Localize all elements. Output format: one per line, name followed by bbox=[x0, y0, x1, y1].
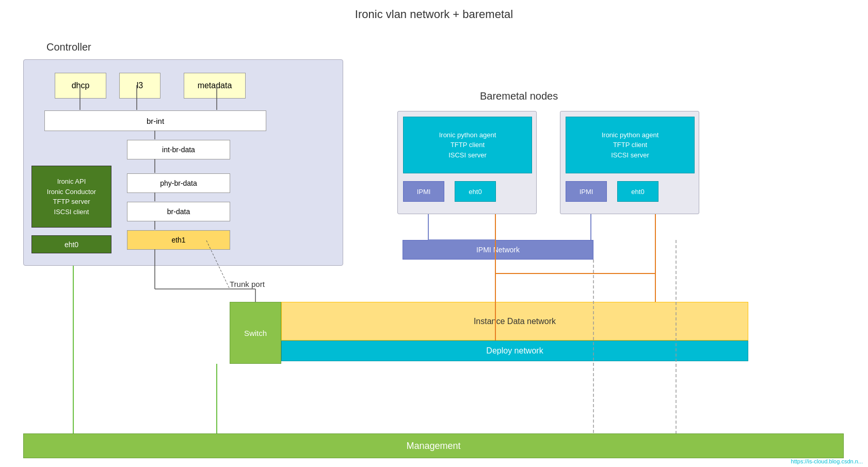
ipmi-network-bar: IPMI Network bbox=[403, 240, 593, 260]
bm-node1: Ironic python agentTFTP clientISCSI serv… bbox=[397, 111, 537, 214]
phy-br-data-box: phy-br-data bbox=[127, 173, 230, 193]
eth1-box: eth1 bbox=[127, 230, 230, 250]
controller-label: Controller bbox=[46, 41, 91, 53]
eht0-controller-box: eht0 bbox=[31, 235, 111, 253]
br-data-box: br-data bbox=[127, 202, 230, 221]
ipa-box2: Ironic python agentTFTP clientISCSI serv… bbox=[566, 117, 695, 173]
l3-box: l3 bbox=[119, 73, 160, 99]
eht0-bm1: eht0 bbox=[455, 181, 496, 202]
ironic-api-text: Ironic APIIronic ConductorTFTP serverISC… bbox=[47, 176, 96, 217]
switch-box: Switch bbox=[230, 302, 281, 364]
eht0-bm2: eht0 bbox=[617, 181, 658, 202]
instance-data-bar: Instance Data network bbox=[281, 302, 748, 341]
page-title: Ironic vlan network + baremetal bbox=[0, 8, 868, 21]
dhcp-box: dhcp bbox=[55, 73, 106, 99]
deploy-network-bar: Deploy network bbox=[281, 341, 748, 361]
diagram-container: Ironic vlan network + baremetal Controll… bbox=[0, 0, 868, 467]
trunk-port-label: Trunk port bbox=[230, 280, 265, 288]
controller-box: dhcp l3 metadata br-int int-br-data phy-… bbox=[23, 59, 343, 266]
ipmi-box2: IPMI bbox=[566, 181, 607, 202]
ironic-api-box: Ironic APIIronic ConductorTFTP serverISC… bbox=[31, 166, 111, 228]
ipa-box1: Ironic python agentTFTP clientISCSI serv… bbox=[403, 117, 532, 173]
ipa2-text: Ironic python agentTFTP clientISCSI serv… bbox=[602, 130, 659, 160]
br-int-box: br-int bbox=[44, 110, 266, 131]
url-text: https://is-cloud.blog.csdn.n... bbox=[791, 458, 863, 464]
management-bar: Management bbox=[23, 433, 844, 458]
int-br-data-box: int-br-data bbox=[127, 140, 230, 159]
ipmi-box1: IPMI bbox=[403, 181, 444, 202]
metadata-box: metadata bbox=[184, 73, 246, 99]
bm-node2: Ironic python agentTFTP clientISCSI serv… bbox=[560, 111, 699, 214]
baremetal-label: Baremetal nodes bbox=[480, 90, 558, 102]
ipa1-text: Ironic python agentTFTP clientISCSI serv… bbox=[439, 130, 496, 160]
